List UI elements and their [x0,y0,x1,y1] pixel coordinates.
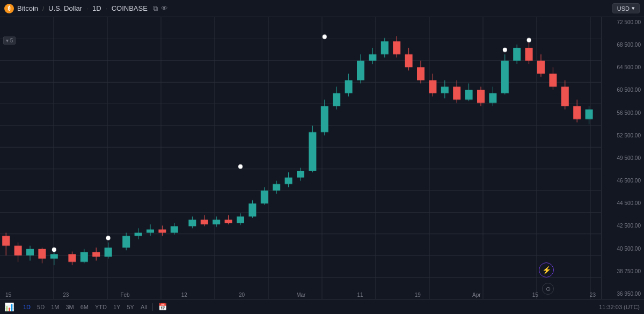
date-label-apr: Apr [472,292,481,298]
currency-name: U.S. Dollar [48,4,82,12]
tv-logo-icon: 📊 [4,302,14,312]
date-label-12: 12 [181,292,187,298]
toolbar-divider [152,303,153,311]
bottom-toolbar: 📊 1D 5D 1M 3M 6M YTD 1Y 5Y All 📅 11:32:0… [0,299,644,314]
candlestick-chart[interactable]: ▾ 5 [0,17,601,299]
price-64500: 64 500.00 [605,64,641,70]
calendar-icon[interactable]: 📅 [156,302,169,312]
clock-button[interactable]: ⊙ [542,283,554,295]
date-label-1: 15 [5,292,11,298]
chevron-down-icon: ▾ [632,5,635,12]
price-36950: 36 950.00 [605,291,641,297]
date-label-15b: 15 [532,292,538,298]
timeframe-label: 1D [92,4,101,12]
exchange-label: COINBASE [112,4,148,12]
price-46500: 46 500.00 [605,178,641,184]
price-49500: 49 500.00 [605,155,641,161]
timeframe-1d[interactable]: 1D [21,303,33,311]
timeframe-1m[interactable]: 1M [49,303,61,311]
asset-name: Bitcoin [17,4,38,12]
timeframe-ytd[interactable]: YTD [93,303,109,311]
price-40500: 40 500.00 [605,246,641,252]
price-56500: 56 500.00 [605,110,641,116]
timeframe-6m[interactable]: 6M [78,303,91,311]
date-label-feb: Feb [120,292,129,298]
price-60500: 60 500.00 [605,87,641,93]
date-axis: 15 23 Feb 12 20 Mar 11 19 Apr 15 23 [0,292,601,298]
price-52500: 52 500.00 [605,133,641,138]
currency-selector[interactable]: USD ▾ [612,3,640,13]
lightning-button[interactable]: ⚡ [539,262,554,278]
bitcoin-icon: ₿ [4,4,14,13]
chart-area: ▾ 5 [0,17,644,299]
timeframe-all[interactable]: All [138,303,149,311]
date-label-19: 19 [415,292,421,298]
price-42500: 42 500.00 [605,223,641,229]
timeframe-5y[interactable]: 5Y [125,303,136,311]
timeframe-5d[interactable]: 5D [35,303,47,311]
date-label-mar: Mar [296,292,305,298]
price-38750: 38 750.00 [605,268,641,274]
timeframe-1y[interactable]: 1Y [111,303,122,311]
compare-icon[interactable]: ⧉ [153,4,158,13]
price-72500: 72 500.00 [605,19,641,25]
date-label-20: 20 [239,292,245,298]
timeframe-3m[interactable]: 3M [63,303,76,311]
chart-timestamp: 11:32:03 (UTC) [599,304,640,310]
date-label-2: 23 [63,292,69,298]
eye-icon[interactable]: 👁 [161,4,168,13]
date-label-23b: 23 [590,292,596,298]
date-label-11: 11 [357,292,363,298]
price-axis: 72 500.00 68 500.00 64 500.00 60 500.00 … [601,17,644,299]
price-44500: 44 500.00 [605,200,641,206]
price-68500: 68 500.00 [605,42,641,48]
tradingview-logo: 📊 [4,302,14,312]
chart-header: ₿ Bitcoin / U.S. Dollar · 1D · COINBASE … [0,0,644,17]
